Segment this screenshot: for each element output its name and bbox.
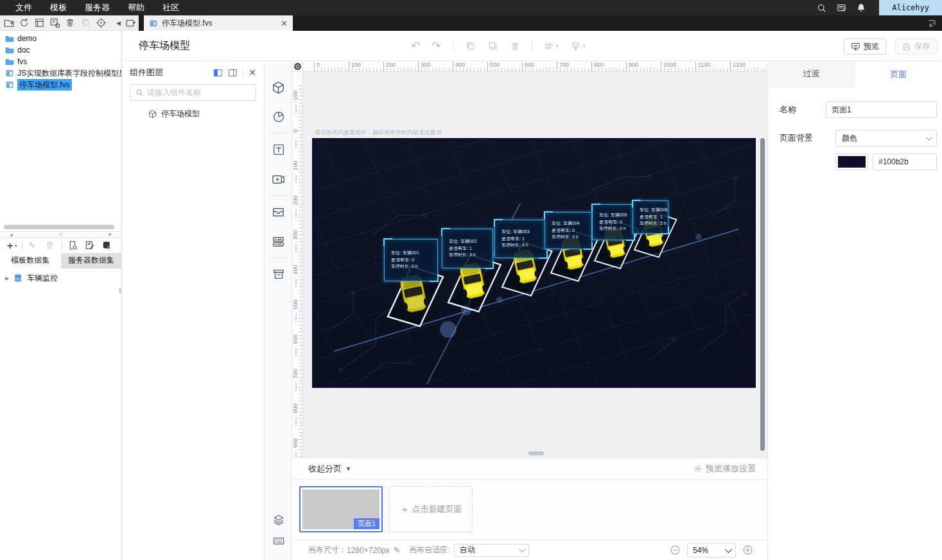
tab-close-icon[interactable]: ✕ bbox=[281, 19, 288, 28]
edit-toolbar: ↶ ↷ ▾ ▾ bbox=[411, 31, 586, 61]
page-thumbnail-selected[interactable]: 页面1 bbox=[299, 486, 383, 532]
expand-arrow-icon[interactable]: ▶ bbox=[5, 276, 9, 281]
canvas-size-value: 1280×720px bbox=[347, 546, 389, 555]
zoom-in-icon[interactable] bbox=[742, 545, 753, 556]
background-type-select[interactable]: 颜色 bbox=[835, 130, 937, 146]
background-color-hex-input[interactable] bbox=[873, 153, 937, 170]
canvas-fit-select[interactable]: 自动 bbox=[454, 544, 529, 557]
message-edit-icon[interactable] bbox=[836, 3, 847, 13]
page-canvas[interactable]: 车位: 车辆001 是否有车: 0 车停时长: 0 h 车位: 车辆002 是否… bbox=[312, 138, 756, 388]
bell-icon[interactable] bbox=[856, 3, 866, 13]
collapse-sidebar-icon[interactable]: ◀ bbox=[116, 20, 121, 26]
menu-template[interactable]: 模板 bbox=[50, 2, 67, 13]
panel-resize-handle[interactable]: ‖ bbox=[119, 288, 121, 294]
template-manage-icon[interactable] bbox=[34, 17, 46, 29]
file-parking-model-selected[interactable]: 停车场模型.fvs bbox=[0, 79, 121, 91]
preview-dataset-icon[interactable] bbox=[68, 240, 79, 251]
chart-component-icon[interactable] bbox=[265, 102, 292, 132]
splitter-grip-icon[interactable]: = bbox=[59, 231, 63, 238]
menu-server[interactable]: 服务器 bbox=[85, 2, 110, 13]
collapse-pages-button[interactable]: 收起分页 ▼ bbox=[308, 463, 351, 475]
layers-icon[interactable] bbox=[272, 514, 285, 527]
page-background-label: 页面背景 bbox=[780, 132, 835, 144]
tab-title: 停车场模型.fvs bbox=[162, 18, 277, 29]
page-name-label: 名称 bbox=[780, 104, 826, 116]
spot-info-panel-4: 车位: 车辆004 是否有车: 0 车停时长: 0 h bbox=[545, 212, 592, 249]
template-settings-icon[interactable] bbox=[49, 17, 61, 29]
canvas-vscrollbar[interactable] bbox=[760, 138, 765, 451]
page-name-badge: 页面1 bbox=[354, 518, 379, 529]
ruler-origin-icon[interactable] bbox=[292, 61, 303, 72]
folder-demo[interactable]: demo bbox=[0, 33, 121, 44]
user-name[interactable]: Alicehyy bbox=[879, 0, 942, 15]
menu-community[interactable]: 社区 bbox=[162, 2, 179, 13]
shortcut-keys-icon[interactable] bbox=[272, 534, 285, 547]
canvas-hscrollbar[interactable] bbox=[528, 451, 544, 455]
tab-server-dataset[interactable]: 服务器数据集 bbox=[61, 253, 122, 268]
tab-strip: 停车场模型.fvs ✕ bbox=[122, 15, 942, 31]
page-name-input[interactable] bbox=[826, 101, 937, 118]
component-search-box[interactable] bbox=[130, 84, 256, 101]
batch-edit-dataset-icon[interactable] bbox=[85, 240, 96, 251]
preview-button[interactable]: 预览 bbox=[844, 39, 886, 55]
archive-component-icon[interactable] bbox=[265, 259, 292, 289]
edit-canvas-size-icon[interactable]: ✎ bbox=[393, 545, 400, 555]
server-dataset-icon[interactable] bbox=[101, 240, 112, 251]
dock-left-icon[interactable] bbox=[213, 68, 223, 78]
media-component-icon[interactable] bbox=[265, 164, 292, 194]
preview-play-settings-button[interactable]: 预览播放设置 bbox=[693, 463, 756, 475]
undo-icon[interactable]: ↶ bbox=[411, 39, 420, 53]
folder-doc[interactable]: doc bbox=[0, 44, 121, 56]
background-color-swatch[interactable] bbox=[835, 153, 868, 170]
compbar-bottom-icons bbox=[265, 514, 292, 547]
tab-transition[interactable]: 过渡 bbox=[768, 61, 855, 87]
sidebar-hscrollbar[interactable] bbox=[4, 225, 114, 229]
search-icon[interactable] bbox=[816, 3, 827, 13]
splitter-up-icon[interactable]: ▲ bbox=[9, 232, 14, 238]
model-3d-component-icon[interactable] bbox=[265, 73, 292, 102]
menu-file[interactable]: 文件 bbox=[15, 2, 32, 13]
canvas-hint-text: 请在画布内放置组件，超出画布外的内容无法显示 bbox=[315, 128, 442, 137]
add-dataset-icon[interactable]: ＋▾ bbox=[5, 240, 16, 251]
close-panel-icon[interactable]: ✕ bbox=[249, 67, 256, 78]
spot-info-panel-1: 车位: 车辆001 是否有车: 0 车停时长: 0 h bbox=[384, 239, 438, 281]
zoom-out-icon[interactable] bbox=[670, 545, 681, 556]
zoom-level-select[interactable]: 54% bbox=[687, 543, 736, 557]
parking-3d-scene[interactable] bbox=[315, 139, 753, 384]
file-tree-panel: demo doc fvs JS实现数据库表字段控制模型显 停车场模型.fvs ▲… bbox=[0, 31, 122, 560]
delete-icon[interactable] bbox=[65, 17, 76, 29]
tab-template-dataset[interactable]: 模板数据集 bbox=[0, 253, 61, 268]
spot-info-panel-2: 车位: 车辆002 是否有车: 1 车停时长: 3 h bbox=[442, 229, 493, 268]
text-component-icon[interactable] bbox=[265, 135, 292, 164]
status-bar: 画布尺寸：1280×720px ✎ 画布自适应: 自动 54% bbox=[292, 539, 767, 560]
refresh-icon[interactable] bbox=[19, 17, 30, 29]
locate-icon[interactable] bbox=[96, 17, 107, 29]
zoom-level-value: 54% bbox=[693, 546, 708, 555]
canvas-viewport[interactable]: 0100200300400500600700800900100011001200… bbox=[292, 61, 767, 457]
component-search-input[interactable] bbox=[147, 88, 243, 97]
chevron-down-icon bbox=[926, 134, 932, 141]
menu-help[interactable]: 帮助 bbox=[128, 2, 144, 13]
dataset-vehicle-monitor[interactable]: ▶ 车辆监控 bbox=[0, 271, 121, 285]
file-js-model[interactable]: JS实现数据库表字段控制模型显 bbox=[0, 67, 121, 79]
new-tab-icon[interactable] bbox=[122, 15, 139, 31]
widget-component-icon[interactable] bbox=[265, 227, 292, 256]
tab-parking-model[interactable]: 停车场模型.fvs ✕ bbox=[144, 15, 293, 31]
color-swatch-fill bbox=[838, 156, 866, 168]
material-component-icon[interactable] bbox=[265, 197, 292, 227]
splitter-down-icon[interactable]: ▼ bbox=[107, 232, 112, 238]
layer-item-parking-model[interactable]: 停车场模型 bbox=[148, 109, 264, 119]
inspector-panel: 过渡 页面 名称 页面背景 颜色 bbox=[767, 61, 942, 560]
redo-icon[interactable]: ↷ bbox=[432, 39, 440, 53]
dataset-tree: ▶ 车辆监控 bbox=[0, 271, 121, 285]
tab-page[interactable]: 页面 bbox=[855, 61, 942, 87]
folder-fvs[interactable]: fvs bbox=[0, 56, 121, 67]
paste-icon bbox=[487, 40, 498, 51]
collapse-caret-icon: ▼ bbox=[345, 466, 351, 472]
sidebar-splitter[interactable]: ▲ = ▼ bbox=[0, 231, 121, 238]
new-template-icon[interactable] bbox=[3, 17, 15, 29]
component-type-bar bbox=[265, 61, 292, 560]
dock-right-icon[interactable] bbox=[228, 68, 238, 78]
new-page-button[interactable]: ＋ 点击新建页面 bbox=[389, 486, 473, 532]
tab-list-icon[interactable] bbox=[927, 19, 937, 28]
